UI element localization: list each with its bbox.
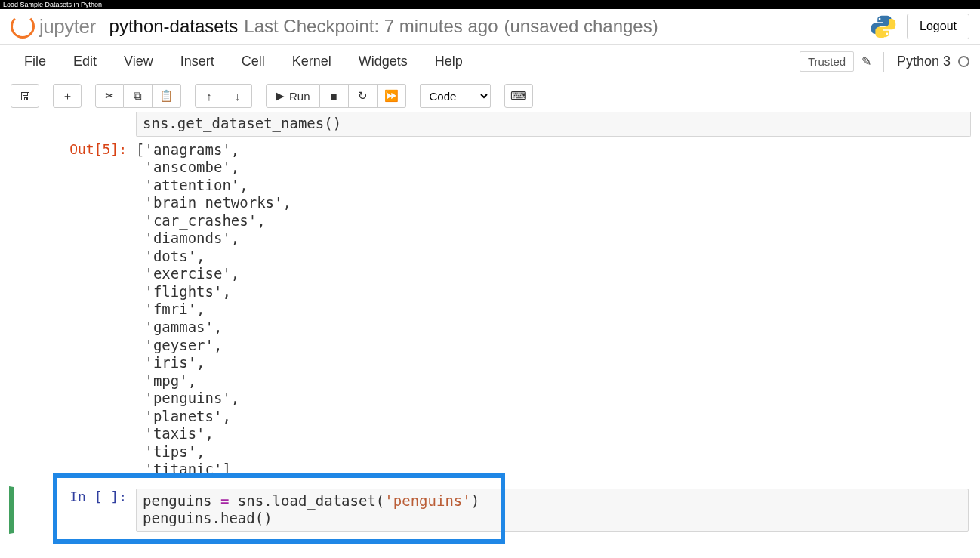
output-cell: Out[5]: ['anagrams', 'anscombe', 'attent… [9,141,971,479]
cell-type-select[interactable]: Code [420,84,491,108]
copy-icon: ⧉ [134,89,142,103]
code-text: sns.get_dataset_names() [143,115,964,133]
paste-button[interactable]: 📋 [153,84,181,108]
restart-icon: ↻ [358,89,368,103]
menu-cell[interactable]: Cell [228,48,279,76]
save-icon: 🖫 [20,90,31,103]
menu-view[interactable]: View [110,48,167,76]
pencil-icon[interactable]: ✎ [861,54,871,69]
code-line-1: penguins = sns.load_dataset('penguins') [143,492,962,510]
trusted-indicator[interactable]: Trusted [800,51,854,72]
svg-point-0 [879,18,881,20]
unsaved-indicator: (unsaved changes) [504,16,658,37]
save-button[interactable]: 🖫 [11,84,39,108]
run-label: Run [289,90,310,103]
logout-button[interactable]: Logout [907,14,969,39]
fast-forward-icon: ⏩ [384,89,399,103]
input-prompt: In [ ]: [15,489,136,504]
paste-icon: 📋 [159,89,174,103]
python-logo-icon [871,14,896,39]
arrow-down-icon: ↓ [235,90,241,103]
keyboard-icon: ⌨ [510,89,527,103]
output-prompt: Out[5]: [9,141,136,157]
move-down-button[interactable]: ↓ [223,84,252,108]
kernel-status-icon [958,56,969,67]
jupyter-icon [11,14,35,39]
notebook-name[interactable]: python-datasets [109,16,239,37]
header-bar: jupyter python-datasets Last Checkpoint:… [0,9,980,45]
fast-forward-button[interactable]: ⏩ [378,84,406,108]
menu-file[interactable]: File [11,48,60,76]
selected-code-cell[interactable]: In [ ]: penguins = sns.load_dataset('pen… [9,486,971,534]
code-input-area[interactable]: penguins = sns.load_dataset('penguins') … [136,489,969,532]
stop-button[interactable]: ■ [320,84,349,108]
video-caption: Load Sample Datasets in Python [0,0,980,9]
add-cell-button[interactable]: ＋ [53,84,82,108]
menu-widgets[interactable]: Widgets [345,48,421,76]
toolbar: 🖫 ＋ ✂ ⧉ 📋 ↑ ↓ ▶Run ■ ↻ ⏩ Code ⌨ [0,79,980,113]
notebook-area: sns.get_dataset_names() Out[5]: ['anagra… [0,112,980,549]
output-text: ['anagrams', 'anscombe', 'attention', 'b… [136,141,291,479]
code-line-2: penguins.head() [143,510,962,528]
separator: │ [879,52,889,72]
jupyter-logo-text: jupyter [39,15,96,39]
jupyter-logo[interactable]: jupyter [11,14,96,39]
checkpoint-text: Last Checkpoint: 7 minutes ago [244,16,498,37]
kernel-name[interactable]: Python 3 [897,54,951,69]
stop-icon: ■ [331,90,337,103]
plus-icon: ＋ [62,89,73,103]
restart-button[interactable]: ↻ [349,84,378,108]
menu-kernel[interactable]: Kernel [279,48,345,76]
svg-point-1 [886,33,889,35]
menu-insert[interactable]: Insert [167,48,228,76]
copy-button[interactable]: ⧉ [124,84,153,108]
code-input-area[interactable]: sns.get_dataset_names() [136,112,971,137]
notebook-title-area: python-datasets Last Checkpoint: 7 minut… [109,16,658,37]
run-button[interactable]: ▶Run [266,84,320,108]
play-icon: ▶ [276,89,285,103]
cut-button[interactable]: ✂ [95,84,124,108]
move-up-button[interactable]: ↑ [195,84,223,108]
arrow-up-icon: ↑ [206,90,212,103]
code-cell-partial[interactable]: sns.get_dataset_names() [9,112,971,137]
scissors-icon: ✂ [105,89,115,103]
menu-bar: File Edit View Insert Cell Kernel Widget… [0,45,980,79]
command-palette-button[interactable]: ⌨ [504,84,533,108]
menu-edit[interactable]: Edit [60,48,110,76]
menu-help[interactable]: Help [421,48,476,76]
